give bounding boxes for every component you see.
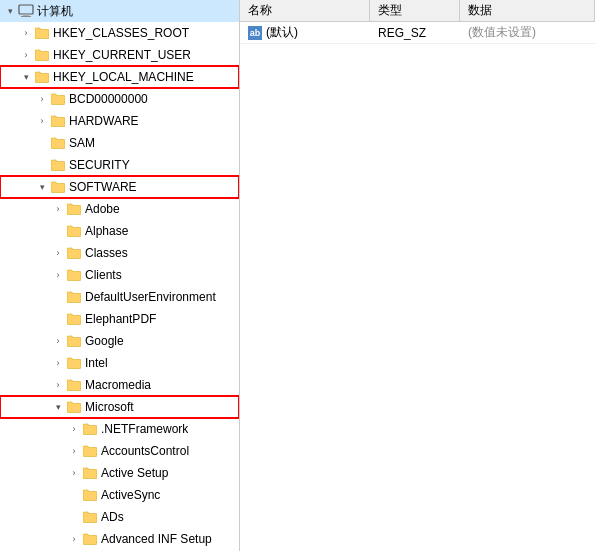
svg-rect-1 xyxy=(23,14,29,16)
tree-item-computer[interactable]: ▾ 计算机 xyxy=(0,0,239,22)
tree-item-label: ActiveSync xyxy=(101,488,160,502)
tree-item-netframework[interactable]: › .NETFramework xyxy=(0,418,239,440)
folder-icon xyxy=(66,399,82,415)
reg-value-icon: ab xyxy=(248,26,262,40)
tree-panel: ▾ 计算机› HKEY_CLASSES_ROOT› HKEY_CURRENT_U… xyxy=(0,0,240,551)
svg-rect-2 xyxy=(21,16,31,17)
folder-icon xyxy=(50,157,66,173)
tree-item-label: .NETFramework xyxy=(101,422,188,436)
tree-item-hkey_local_machine[interactable]: ▾ HKEY_LOCAL_MACHINE xyxy=(0,66,239,88)
table-body: ab(默认)REG_SZ(数值未设置) xyxy=(240,22,595,44)
tree-item-macromedia[interactable]: › Macromedia xyxy=(0,374,239,396)
right-panel: 名称 类型 数据 ab(默认)REG_SZ(数值未设置) xyxy=(240,0,595,551)
tree-item-hkey_classes_root[interactable]: › HKEY_CLASSES_ROOT xyxy=(0,22,239,44)
tree-item-label: Alphase xyxy=(85,224,128,238)
expand-icon[interactable] xyxy=(34,135,50,151)
expand-icon[interactable] xyxy=(66,487,82,503)
tree-item-activesync[interactable]: ActiveSync xyxy=(0,484,239,506)
tree-item-hardware[interactable]: › HARDWARE xyxy=(0,110,239,132)
tree-item-microsoft[interactable]: ▾ Microsoft xyxy=(0,396,239,418)
expand-icon[interactable]: ▾ xyxy=(34,179,50,195)
folder-icon xyxy=(82,509,98,525)
cell-name: ab(默认) xyxy=(240,24,370,41)
expand-icon[interactable]: › xyxy=(66,531,82,547)
col-header-data: 数据 xyxy=(460,0,595,21)
expand-icon[interactable]: › xyxy=(34,91,50,107)
folder-icon xyxy=(66,355,82,371)
tree-item-clients[interactable]: › Clients xyxy=(0,264,239,286)
tree-item-intel[interactable]: › Intel xyxy=(0,352,239,374)
folder-icon xyxy=(66,245,82,261)
table-header: 名称 类型 数据 xyxy=(240,0,595,22)
tree-item-google[interactable]: › Google xyxy=(0,330,239,352)
expand-icon[interactable] xyxy=(66,509,82,525)
expand-icon[interactable]: › xyxy=(50,333,66,349)
expand-icon[interactable]: › xyxy=(18,25,34,41)
expand-icon[interactable]: › xyxy=(50,245,66,261)
col-header-name: 名称 xyxy=(240,0,370,21)
cell-data: (数值未设置) xyxy=(460,24,595,41)
tree-item-elephantpdf[interactable]: ElephantPDF xyxy=(0,308,239,330)
tree-item-label: Google xyxy=(85,334,124,348)
tree-scroll[interactable]: ▾ 计算机› HKEY_CLASSES_ROOT› HKEY_CURRENT_U… xyxy=(0,0,239,551)
folder-icon xyxy=(82,531,98,547)
tree-item-hkey_current_user[interactable]: › HKEY_CURRENT_USER xyxy=(0,44,239,66)
expand-icon[interactable] xyxy=(50,289,66,305)
expand-icon[interactable]: › xyxy=(66,421,82,437)
expand-icon[interactable]: ▾ xyxy=(18,69,34,85)
expand-icon[interactable]: › xyxy=(50,201,66,217)
folder-icon xyxy=(50,135,66,151)
folder-icon xyxy=(34,69,50,85)
expand-icon[interactable]: › xyxy=(66,443,82,459)
tree-item-adobe[interactable]: › Adobe xyxy=(0,198,239,220)
value-name: (默认) xyxy=(266,24,298,41)
table-row[interactable]: ab(默认)REG_SZ(数值未设置) xyxy=(240,22,595,44)
tree-item-label: Advanced INF Setup xyxy=(101,532,212,546)
tree-item-label: Active Setup xyxy=(101,466,168,480)
folder-icon xyxy=(82,465,98,481)
tree-item-label: 计算机 xyxy=(37,3,73,20)
tree-item-label: Adobe xyxy=(85,202,120,216)
expand-icon[interactable] xyxy=(50,311,66,327)
folder-icon xyxy=(66,223,82,239)
expand-icon[interactable]: › xyxy=(50,355,66,371)
tree-item-defaultuserenvironment[interactable]: DefaultUserEnvironment xyxy=(0,286,239,308)
tree-item-security[interactable]: SECURITY xyxy=(0,154,239,176)
expand-icon[interactable] xyxy=(34,157,50,173)
tree-item-label: HKEY_CURRENT_USER xyxy=(53,48,191,62)
folder-icon xyxy=(82,421,98,437)
folder-icon xyxy=(82,443,98,459)
expand-icon[interactable]: › xyxy=(50,377,66,393)
expand-icon[interactable]: › xyxy=(66,465,82,481)
tree-item-bcd00000000[interactable]: › BCD00000000 xyxy=(0,88,239,110)
folder-icon xyxy=(50,91,66,107)
tree-item-advanced_inf_setup[interactable]: › Advanced INF Setup xyxy=(0,528,239,550)
tree-item-label: Intel xyxy=(85,356,108,370)
tree-item-label: ADs xyxy=(101,510,124,524)
tree-item-label: HKEY_LOCAL_MACHINE xyxy=(53,70,194,84)
expand-icon[interactable]: › xyxy=(34,113,50,129)
tree-item-sam[interactable]: SAM xyxy=(0,132,239,154)
folder-icon xyxy=(66,267,82,283)
tree-item-label: DefaultUserEnvironment xyxy=(85,290,216,304)
expand-icon[interactable]: › xyxy=(18,47,34,63)
folder-icon xyxy=(82,487,98,503)
tree-item-software[interactable]: ▾ SOFTWARE xyxy=(0,176,239,198)
folder-icon xyxy=(66,289,82,305)
tree-item-alphase[interactable]: Alphase xyxy=(0,220,239,242)
tree-item-classes[interactable]: › Classes xyxy=(0,242,239,264)
tree-item-ads[interactable]: ADs xyxy=(0,506,239,528)
expand-icon[interactable]: ▾ xyxy=(2,3,18,19)
tree-item-label: SAM xyxy=(69,136,95,150)
tree-item-accountscontrol[interactable]: › AccountsControl xyxy=(0,440,239,462)
folder-icon xyxy=(50,179,66,195)
tree-item-active_setup[interactable]: › Active Setup xyxy=(0,462,239,484)
folder-icon xyxy=(18,3,34,19)
expand-icon[interactable] xyxy=(50,223,66,239)
svg-rect-0 xyxy=(19,5,33,14)
expand-icon[interactable]: ▾ xyxy=(50,399,66,415)
folder-icon xyxy=(50,113,66,129)
tree-item-label: AccountsControl xyxy=(101,444,189,458)
expand-icon[interactable]: › xyxy=(50,267,66,283)
tree-item-label: HKEY_CLASSES_ROOT xyxy=(53,26,189,40)
